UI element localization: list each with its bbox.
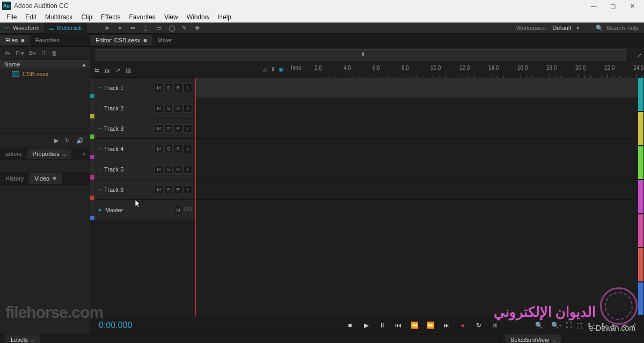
- menu-view[interactable]: View: [160, 12, 182, 22]
- sends-icon[interactable]: ↗: [115, 67, 120, 74]
- search-icon[interactable]: 🔍: [596, 25, 603, 32]
- zoom-in-icon[interactable]: 🔍+: [535, 322, 547, 329]
- master-header[interactable]: ➤ Master M (S): [94, 200, 195, 220]
- track-lane[interactable]: [195, 78, 638, 98]
- track-m-button[interactable]: M: [155, 145, 163, 153]
- snap-icon[interactable]: ◬: [263, 66, 267, 73]
- zoom-in-right-icon[interactable]: ⇥: [621, 322, 627, 329]
- track-row[interactable]: ⎓ Track 3 MSRI: [90, 118, 638, 139]
- track-lane[interactable]: [195, 118, 638, 138]
- lasso-icon[interactable]: ◯: [167, 24, 176, 32]
- track-name[interactable]: Track 1: [104, 85, 155, 91]
- maximize-button[interactable]: ▢: [603, 0, 623, 12]
- inputs-icon[interactable]: ⇆: [94, 67, 99, 74]
- razor-tool-icon[interactable]: ✦: [116, 24, 125, 32]
- file-item[interactable]: CSB.sesx: [0, 69, 90, 79]
- track-m-button[interactable]: M: [155, 165, 163, 174]
- mixer-tab[interactable]: Mixer: [152, 35, 178, 46]
- mode-waveform[interactable]: ⬳ Waveform: [0, 23, 45, 34]
- slip-tool-icon[interactable]: ⇔: [129, 24, 137, 32]
- master-track-row[interactable]: ➤ Master M (S): [90, 200, 638, 220]
- menu-multitrack[interactable]: Multitrack: [41, 12, 77, 22]
- menu-effects[interactable]: Effects: [97, 12, 125, 22]
- track-i-button[interactable]: I: [184, 104, 192, 113]
- markers-tab[interactable]: arkers: [0, 148, 27, 159]
- import-icon[interactable]: ⧉▾: [29, 50, 36, 57]
- favorites-tab[interactable]: Favorites: [30, 35, 65, 46]
- trash-icon[interactable]: 🗑: [52, 50, 57, 56]
- time-ruler[interactable]: ◬ ⬇ ◉ hms 2.04.06.08.010.012.014.016.018…: [195, 64, 644, 78]
- track-header[interactable]: ⎓ Track 6 MSRI: [94, 180, 195, 199]
- loop-mini-icon[interactable]: ↻: [65, 137, 70, 144]
- new-file-icon[interactable]: 🗋▾: [15, 50, 24, 57]
- track-r-button[interactable]: R: [174, 84, 182, 92]
- track-r-button[interactable]: R: [174, 165, 182, 174]
- track-r-button[interactable]: R: [174, 104, 182, 113]
- zoom-out-v-icon[interactable]: ⬍-: [600, 322, 608, 329]
- track-i-button[interactable]: I: [184, 145, 192, 153]
- loop-button[interactable]: ↻: [474, 322, 483, 329]
- zoom-reset-icon[interactable]: ⤢: [631, 322, 636, 329]
- track-row[interactable]: ⎓ Track 5 MSRI: [90, 159, 638, 180]
- heal-icon[interactable]: ✚: [193, 24, 202, 32]
- pause-button[interactable]: ⏸: [378, 322, 386, 329]
- video-tab[interactable]: Video≡: [29, 173, 61, 184]
- track-s-button[interactable]: S: [164, 165, 173, 174]
- track-lane[interactable]: [195, 98, 638, 118]
- minimize-button[interactable]: —: [584, 0, 603, 12]
- name-column-header[interactable]: Name: [4, 61, 20, 68]
- zoom-out-icon[interactable]: 🔍-: [551, 322, 561, 329]
- skip-back-button[interactable]: ⏮: [394, 322, 402, 329]
- menu-clip[interactable]: Clip: [77, 12, 97, 22]
- track-s-button[interactable]: S: [164, 185, 173, 194]
- skip-selection-button[interactable]: ⤭: [491, 322, 499, 329]
- record-button[interactable]: ●: [458, 322, 467, 329]
- autoplay-mini-icon[interactable]: 🔊: [76, 137, 84, 144]
- track-lane[interactable]: [195, 139, 638, 159]
- stop-button[interactable]: ■: [346, 322, 354, 329]
- close-file-icon[interactable]: 🗋: [41, 50, 47, 56]
- fx-icon[interactable]: fx: [105, 68, 110, 74]
- track-r-button[interactable]: R: [174, 145, 182, 153]
- play-button[interactable]: ▶: [362, 322, 370, 329]
- track-r-button[interactable]: R: [174, 124, 182, 133]
- track-i-button[interactable]: I: [184, 185, 192, 194]
- track-header[interactable]: ⎓ Track 4 MSRI: [94, 139, 195, 159]
- track-s-button[interactable]: S: [164, 124, 173, 133]
- track-m-button[interactable]: M: [155, 84, 163, 92]
- zoom-in-left-icon[interactable]: ⇤: [612, 322, 617, 329]
- selection-view-tab[interactable]: Selection/View≡: [505, 334, 561, 343]
- master-m-button[interactable]: M: [174, 206, 182, 214]
- sort-asc-icon[interactable]: ▴: [83, 61, 86, 68]
- search-input[interactable]: Search Help: [606, 25, 639, 31]
- zoom-in-v-icon[interactable]: ⬍+: [587, 322, 596, 329]
- playhead-icon[interactable]: ◉: [279, 66, 284, 73]
- track-name[interactable]: Track 5: [104, 166, 155, 173]
- files-tab[interactable]: Files≡: [0, 35, 30, 46]
- close-button[interactable]: ✕: [623, 0, 642, 12]
- track-i-button[interactable]: I: [184, 84, 192, 92]
- track-header[interactable]: ⎓ Track 5 MSRI: [94, 159, 195, 179]
- history-tab[interactable]: History: [0, 173, 29, 184]
- expand-icon[interactable]: »: [83, 151, 90, 157]
- track-m-button[interactable]: M: [155, 185, 163, 194]
- track-lane[interactable]: [195, 180, 638, 199]
- track-header[interactable]: ⎓ Track 2 MSRI: [94, 98, 195, 118]
- skip-fwd-button[interactable]: ⏭: [442, 322, 451, 329]
- track-lane[interactable]: [195, 159, 638, 179]
- menu-help[interactable]: Help: [214, 12, 236, 22]
- menu-file[interactable]: File: [2, 12, 21, 22]
- properties-tab[interactable]: Properties≡: [27, 148, 72, 159]
- track-row[interactable]: ⎓ Track 6 MSRI: [90, 180, 638, 200]
- ripple-icon[interactable]: ⬇: [270, 66, 275, 73]
- play-mini-icon[interactable]: ▶: [54, 137, 58, 144]
- timecode-display[interactable]: 0:00.000: [90, 320, 195, 330]
- open-file-icon[interactable]: 🗁: [4, 50, 10, 56]
- forward-button[interactable]: ⏩: [426, 322, 435, 329]
- track-name[interactable]: Track 3: [104, 125, 155, 132]
- zoom-full-icon[interactable]: ⛶: [566, 322, 572, 329]
- track-header[interactable]: ⎓ Track 3 MSRI: [94, 118, 195, 138]
- track-row[interactable]: ⎓ Track 4 MSRI: [90, 139, 638, 159]
- eq-icon[interactable]: ▥: [126, 67, 131, 74]
- track-i-button[interactable]: I: [184, 165, 192, 174]
